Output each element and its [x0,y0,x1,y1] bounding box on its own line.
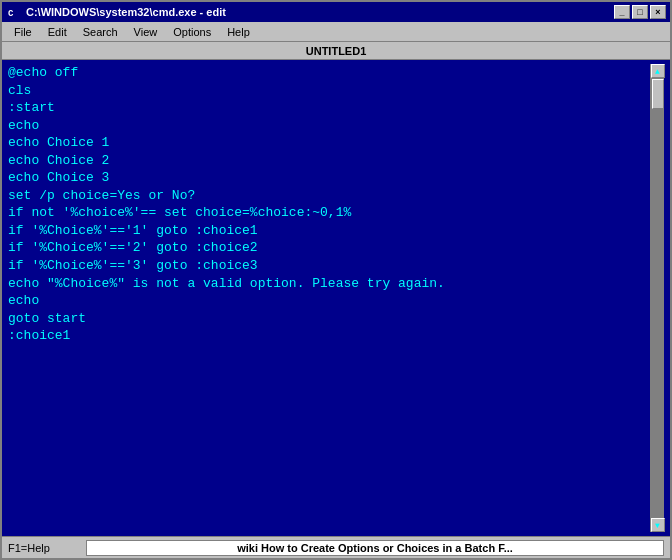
status-bar: F1=Help wiki How to Create Options or Ch… [2,536,670,558]
title-bar: C C:\WINDOWS\system32\cmd.exe - edit _ □… [2,2,670,22]
menu-file[interactable]: File [6,24,40,40]
maximize-button[interactable]: □ [632,5,648,19]
wiki-status-text: wiki How to Create Options or Choices in… [86,540,664,556]
menu-search[interactable]: Search [75,24,126,40]
title-bar-buttons: _ □ × [614,5,666,19]
cmd-icon: C [6,5,20,19]
menu-view[interactable]: View [126,24,166,40]
scroll-track[interactable] [651,78,664,518]
f1-help-label: F1=Help [8,542,68,554]
svg-text:C: C [8,9,14,18]
scroll-down-button[interactable]: ▼ [651,518,665,532]
minimize-button[interactable]: _ [614,5,630,19]
code-content[interactable]: @echo off cls :start echo echo Choice 1 … [8,64,650,532]
close-button[interactable]: × [650,5,666,19]
window-title: C:\WINDOWS\system32\cmd.exe - edit [26,6,226,18]
menu-help[interactable]: Help [219,24,258,40]
editor-area[interactable]: @echo off cls :start echo echo Choice 1 … [2,60,670,536]
scrollbar[interactable]: ▲ ▼ [650,64,664,532]
tab-title: UNTITLED1 [306,45,367,57]
tab-bar: UNTITLED1 [2,42,670,60]
scroll-up-button[interactable]: ▲ [651,64,665,78]
title-bar-left: C C:\WINDOWS\system32\cmd.exe - edit [6,5,226,19]
menu-options[interactable]: Options [165,24,219,40]
menu-bar: File Edit Search View Options Help [2,22,670,42]
scroll-thumb[interactable] [652,79,664,109]
main-window: C C:\WINDOWS\system32\cmd.exe - edit _ □… [0,0,672,560]
menu-edit[interactable]: Edit [40,24,75,40]
